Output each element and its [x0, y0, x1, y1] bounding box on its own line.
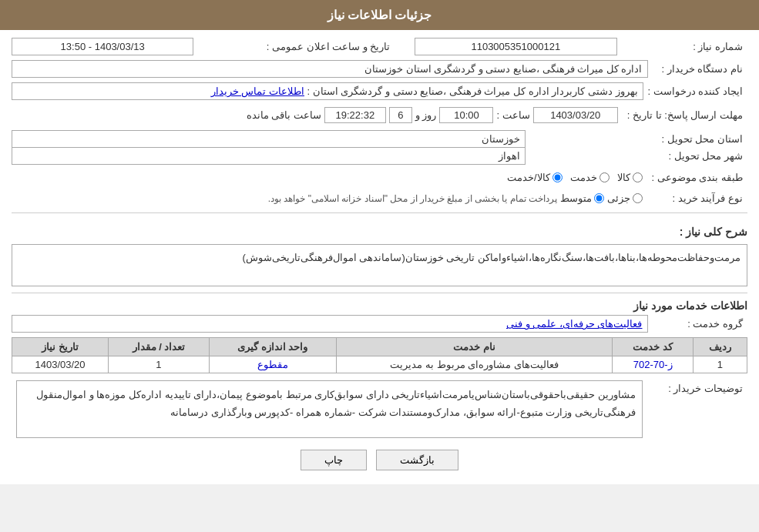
shahr-label: شهر محل تحویل : — [525, 148, 747, 165]
saat-value: 10:00 — [439, 107, 493, 123]
radio-kala-khedmat: کالا/خدمت — [507, 172, 563, 183]
ejadKonande-value: بهروز دشتی کاربردار اداره کل میراث فرهنگ… — [12, 83, 643, 100]
groupKhedmat-link[interactable]: فعالیت‌های حرفه‌ای، علمی و فنی — [506, 318, 642, 330]
noeFarayand-label: نوع فرآیند خرید : — [647, 190, 747, 206]
mohlat-table: مهلت ارسال پاسخ: تا تاریخ : 1403/03/20 س… — [12, 105, 747, 125]
sharhKolli-box: مرمت‌وحفاظت‌محوطه‌ها،بناها،بافت‌ها،سنگ‌ن… — [12, 244, 747, 286]
tabaqeBandi-label: طبقه بندی موضوعی : — [647, 169, 747, 186]
groupKhedmat-label: گروه خدمت : — [647, 316, 747, 333]
ejad-table: ایجاد کننده درخواست : بهروز دشتی کاربردا… — [12, 82, 747, 100]
vahed-link[interactable]: مقطوع — [257, 359, 288, 370]
col-nam: نام خدمت — [336, 338, 613, 356]
ostan-value: خوزستان — [12, 131, 526, 148]
ejadKonande-text: بهروز دشتی کاربردار اداره کل میراث فرهنگ… — [307, 85, 638, 97]
shahr-value: اهواز — [12, 148, 526, 165]
namDasgah-label: نام دستگاه خریدار : — [647, 61, 747, 78]
radio-kala-khedmat-label: کالا/خدمت — [507, 172, 550, 183]
tarikheElan-value: 1403/03/13 - 13:50 — [12, 38, 193, 55]
bazgasht-button[interactable]: بازگشت — [376, 450, 458, 470]
tawzih-label: توضیحات خریدار : — [647, 378, 747, 440]
radio-kala-input[interactable] — [633, 172, 643, 182]
col-vahed: واحد اندازه گیری — [209, 338, 336, 356]
col-tarikh: تاریخ نیاز — [12, 338, 109, 356]
tabaqe-radios: کالا خدمت کالا/خدمت — [12, 169, 647, 186]
page-wrapper: جزئیات اطلاعات نیاز شماره نیاز : 1103005… — [0, 0, 759, 484]
tawzih-value: مشاورین حقیقی‌باحقوقی‌باستان‌شناس‌یامرمت… — [36, 389, 636, 418]
ejadKonande-label: ایجاد کننده درخواست : — [643, 83, 747, 100]
roz-value: 6 — [389, 107, 412, 123]
tarikheElan-label: تاریخ و ساعت اعلان عمومی : — [193, 38, 395, 55]
mohlatErsal-label: مهلت ارسال پاسخ: تا تاریخ : — [623, 105, 747, 125]
kod-link[interactable]: ز-70-702 — [633, 359, 673, 370]
cell-kod: ز-70-702 — [613, 356, 694, 373]
countdown-label: ساعت باقی مانده — [247, 109, 321, 121]
tawzih-cell: مشاورین حقیقی‌باحقوقی‌باستان‌شناس‌یامرمت… — [12, 378, 647, 440]
cell-nam: فعالیت‌های مشاوره‌ای مربوط به مدیریت — [336, 356, 613, 373]
tawzih-box: مشاورین حقیقی‌باحقوقی‌باستان‌شناس‌یامرمت… — [16, 380, 643, 438]
buttons-row: بازگشت چاپ — [12, 450, 747, 470]
farayand-desc: پرداخت تمام یا بخشی از مبلغ خریدار از مح… — [268, 193, 557, 204]
table-header: ردیف کد خدمت نام خدمت واحد اندازه گیری ت… — [12, 338, 747, 356]
tamas-link[interactable]: اطلاعات تماس خریدار — [211, 85, 304, 97]
namDasgah-value: اداره کل میراث فرهنگی ،صنایع دستی و گردش… — [12, 61, 648, 78]
date-value: 1403/03/20 — [533, 107, 618, 123]
radio-khedmat: خدمت — [570, 172, 610, 183]
radio-motavasset-label: متوسط — [560, 192, 592, 204]
cell-vahed: مقطوع — [209, 356, 336, 373]
radio-jozii-input[interactable] — [633, 193, 643, 203]
tabaqe-table: طبقه بندی موضوعی : کالا خدمت — [12, 169, 747, 186]
radio-motavasset: متوسط — [560, 192, 604, 204]
farayand-flex: جزئی متوسط پرداخت تمام یا بخشی از مبلغ خ… — [16, 192, 643, 204]
top-info-table: شماره نیاز : 1103005351000121 تاریخ و سا… — [12, 38, 747, 55]
radio-khedmat-input[interactable] — [599, 172, 610, 182]
radio-jozii-label: جزئی — [607, 192, 630, 204]
col-kod: کد خدمت — [613, 338, 694, 356]
table-row: 1 ز-70-702 فعالیت‌های مشاوره‌ای مربوط به… — [12, 356, 747, 373]
saat-label: ساعت : — [496, 109, 529, 121]
shomareNiaz-label: شماره نیاز : — [616, 38, 747, 55]
roz-label: روز و — [415, 109, 437, 121]
group-khedmat-table: گروه خدمت : فعالیت‌های حرفه‌ای، علمی و ف… — [12, 315, 747, 333]
groupKhedmat-value: فعالیت‌های حرفه‌ای، علمی و فنی — [12, 316, 648, 333]
sharh-row: شرح کلی نیاز : — [12, 219, 747, 241]
mohlat-flex: 1403/03/20 ساعت : 10:00 روز و 6 19:22:32… — [16, 107, 618, 123]
radio-motavasset-input[interactable] — [594, 193, 604, 203]
separator-2 — [12, 293, 747, 293]
mohlat-row: 1403/03/20 ساعت : 10:00 روز و 6 19:22:32… — [12, 105, 623, 125]
sharhKolli-label: شرح کلی نیاز : — [680, 226, 747, 238]
cell-tedadd: 1 — [109, 356, 210, 373]
tawzih-table: توضیحات خریدار : مشاورین حقیقی‌باحقوقی‌ب… — [12, 378, 747, 440]
table-body: 1 ز-70-702 فعالیت‌های مشاوره‌ای مربوط به… — [12, 356, 747, 373]
farayand-table: نوع فرآیند خرید : جزئی متوسط پرداخت تمام… — [12, 190, 747, 206]
chap-button[interactable]: چاپ — [301, 450, 367, 470]
dasgah-table: نام دستگاه خریدار : اداره کل میراث فرهنگ… — [12, 60, 747, 78]
radio-jozii: جزئی — [607, 192, 643, 204]
shomareNiaz-value: 1103005351000121 — [415, 38, 617, 55]
radio-khedmat-label: خدمت — [570, 172, 597, 183]
cell-tarikh: 1403/03/20 — [12, 356, 109, 373]
countdown-value: 19:22:32 — [324, 107, 386, 123]
separator-1 — [12, 212, 747, 213]
page-title: جزئیات اطلاعات نیاز — [327, 8, 432, 22]
col-tedadd: تعداد / مقدار — [109, 338, 210, 356]
sharhKolli-value: مرمت‌وحفاظت‌محوطه‌ها،بناها،بافت‌ها،سنگ‌ن… — [243, 252, 741, 263]
ostan-label: استان محل تحویل : — [525, 131, 747, 148]
page-header: جزئیات اطلاعات نیاز — [0, 0, 759, 30]
farayand-row: جزئی متوسط پرداخت تمام یا بخشی از مبلغ خ… — [12, 190, 647, 206]
radio-group: کالا خدمت کالا/خدمت — [16, 172, 643, 183]
col-radif: ردیف — [693, 338, 747, 356]
content-area: شماره نیاز : 1103005351000121 تاریخ و سا… — [0, 30, 759, 484]
services-table: ردیف کد خدمت نام خدمت واحد اندازه گیری ت… — [12, 337, 747, 373]
radio-kala-label: کالا — [617, 172, 630, 183]
cell-radif: 1 — [693, 356, 747, 373]
radio-kala-khedmat-input[interactable] — [552, 172, 563, 182]
khadamat-section-title: اطلاعات خدمات مورد نیاز — [12, 299, 747, 312]
radio-kala: کالا — [617, 172, 643, 183]
location-table: استان محل تحویل : خوزستان شهر محل تحویل … — [12, 130, 747, 165]
